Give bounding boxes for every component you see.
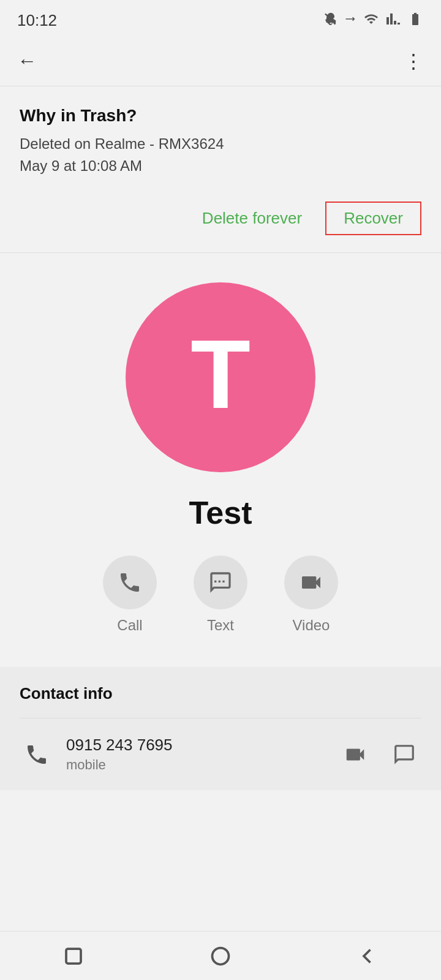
text-icon-circle — [194, 556, 247, 609]
wifi-icon — [363, 12, 380, 29]
contact-phone-details: 0915 243 7695 mobile — [66, 736, 326, 773]
video-call-button[interactable] — [338, 737, 372, 772]
recents-nav-button[interactable] — [55, 938, 92, 974]
trash-deleted-at: May 9 at 10:08 AM — [20, 155, 421, 177]
contact-name: Test — [189, 494, 252, 531]
text-label: Text — [207, 617, 234, 634]
call-action-item[interactable]: Call — [103, 556, 157, 634]
contact-section: T Test Call Text — [0, 253, 441, 652]
contact-phone-row: 0915 243 7695 mobile — [20, 718, 421, 790]
text-action-item[interactable]: Text — [194, 556, 247, 634]
message-icon — [393, 743, 416, 766]
action-buttons-row: Delete forever Recover — [0, 189, 441, 252]
circle-nav-icon — [209, 945, 232, 967]
more-button[interactable]: ⋮ — [404, 50, 424, 73]
recover-button[interactable]: Recover — [325, 202, 421, 235]
signal-icon — [386, 12, 401, 29]
battery-icon — [407, 12, 424, 29]
data-icon — [344, 12, 356, 29]
back-nav-button[interactable] — [349, 938, 386, 974]
top-bar: ← ⋮ — [0, 36, 441, 86]
trash-info-section: Why in Trash? Deleted on Realme - RMX362… — [0, 86, 441, 189]
triangle-nav-icon — [356, 945, 379, 967]
status-time: 10:12 — [17, 11, 57, 30]
phone-type: mobile — [66, 757, 326, 773]
video-icon — [299, 570, 323, 595]
video-action-item[interactable]: Video — [284, 556, 338, 634]
call-label: Call — [117, 617, 142, 634]
call-icon — [118, 570, 142, 595]
delete-forever-button[interactable]: Delete forever — [194, 203, 311, 234]
square-nav-icon — [62, 945, 85, 967]
back-button[interactable]: ← — [15, 47, 39, 75]
trash-title: Why in Trash? — [20, 106, 421, 126]
contact-info-title: Contact info — [20, 684, 421, 718]
text-icon — [208, 570, 233, 595]
mute-icon — [323, 12, 338, 29]
svg-point-1 — [213, 948, 229, 964]
trash-deleted-on: Deleted on Realme - RMX3624 — [20, 133, 421, 155]
message-button[interactable] — [387, 737, 421, 772]
bottom-nav — [0, 931, 441, 980]
home-nav-button[interactable] — [202, 938, 239, 974]
avatar: T — [126, 282, 315, 472]
call-icon-circle — [103, 556, 157, 609]
contact-action-icons-row: Call Text Video — [103, 556, 338, 634]
status-bar: 10:12 — [0, 0, 441, 36]
video-call-icon — [344, 743, 367, 766]
phone-number: 0915 243 7695 — [66, 736, 326, 755]
contact-info-section: Contact info 0915 243 7695 mobile — [0, 667, 441, 790]
contact-row-actions — [338, 737, 421, 772]
svg-rect-0 — [66, 949, 81, 963]
avatar-letter: T — [190, 325, 251, 423]
phone-icon — [20, 737, 54, 772]
status-icons — [323, 12, 424, 29]
video-icon-circle — [284, 556, 338, 609]
video-label: Video — [293, 617, 330, 634]
